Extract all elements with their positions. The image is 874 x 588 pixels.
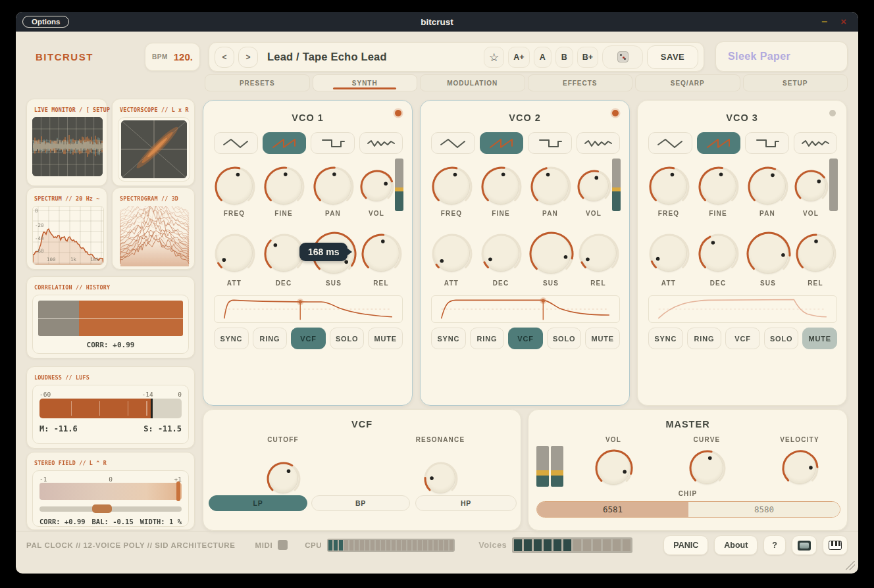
knob-rel[interactable]	[797, 235, 834, 272]
balance-slider[interactable]	[39, 506, 182, 512]
filter-mode-bp[interactable]: BP	[311, 495, 410, 511]
save-button[interactable]: SAVE	[647, 45, 698, 69]
loudness-short-term: S: -11.5	[143, 424, 182, 433]
tab-synth[interactable]: SYNTH	[313, 74, 418, 91]
vco-button-ring[interactable]: RING	[470, 328, 505, 349]
compare-b-button[interactable]: B	[555, 47, 573, 68]
knob-pan[interactable]	[532, 168, 569, 205]
wave-noise-button[interactable]	[794, 132, 838, 154]
knob-att[interactable]	[216, 235, 253, 272]
chip-option-6581[interactable]: 6581	[537, 502, 688, 517]
wave-pulse-button[interactable]	[311, 132, 355, 154]
knob-dec[interactable]	[700, 235, 736, 272]
knob-vol[interactable]	[361, 171, 392, 201]
knob-fine[interactable]	[482, 168, 519, 205]
resize-grip[interactable]	[846, 561, 855, 570]
tab-presets[interactable]: PRESETS	[205, 74, 310, 91]
tab-seq-arp[interactable]: SEQ/ARP	[635, 74, 740, 91]
knob-freq[interactable]	[433, 168, 470, 205]
knob-att[interactable]	[433, 235, 470, 272]
live-monitor-title[interactable]: LIVE MONITOR / [ SETUP ]	[34, 107, 101, 113]
wave-noise-button[interactable]	[359, 132, 403, 154]
wave-triangle-button[interactable]	[431, 132, 475, 154]
help-button[interactable]: ?	[763, 535, 786, 555]
virtual-keyboard-button[interactable]	[823, 535, 848, 555]
knob-resonance[interactable]	[425, 463, 455, 493]
preset-prev-button[interactable]: <	[215, 47, 234, 68]
knob-cutoff[interactable]	[268, 463, 298, 493]
vco-button-mute[interactable]: MUTE	[802, 328, 837, 349]
bpm-value[interactable]: 120.	[174, 51, 193, 62]
filter-mode-hp[interactable]: HP	[415, 495, 517, 511]
wave-sawtooth-button[interactable]	[480, 132, 524, 154]
wave-sawtooth-button[interactable]	[697, 132, 741, 154]
knob-freq[interactable]	[650, 168, 687, 205]
knob-velocity[interactable]	[783, 451, 816, 484]
filter-mode-lp[interactable]: LP	[209, 495, 307, 511]
tab-setup[interactable]: SETUP	[743, 74, 848, 91]
wave-selector	[431, 132, 620, 154]
cpu-segment	[381, 540, 385, 551]
knob-sus[interactable]	[530, 233, 571, 274]
loudness-panel: LOUDNESS // LUFS -60 -14 0 M: -11.6 S: -…	[26, 366, 195, 449]
preset-next-button[interactable]: >	[238, 47, 258, 68]
knob-dec[interactable]	[265, 235, 302, 272]
knob-rel[interactable]	[363, 235, 399, 272]
vco-button-vcf[interactable]: VCF	[725, 328, 760, 349]
wave-pulse-button[interactable]	[745, 132, 789, 154]
spectrum-title: SPECTRUM // 20 Hz ~	[34, 195, 101, 202]
knob-vol[interactable]	[596, 451, 630, 485]
chip-option-8580[interactable]: 8580	[688, 502, 840, 517]
wave-pulse-button[interactable]	[528, 132, 572, 154]
knob-pan[interactable]	[315, 168, 351, 205]
knob-att[interactable]	[650, 235, 687, 272]
vco-button-sync[interactable]: SYNC	[214, 328, 249, 349]
knob-rel[interactable]	[580, 235, 617, 272]
vco-button-ring[interactable]: RING	[687, 328, 722, 349]
vco-button-mute[interactable]: MUTE	[585, 328, 620, 349]
tab-modulation[interactable]: MODULATION	[420, 74, 525, 91]
vco-button-sync[interactable]: SYNC	[648, 328, 683, 349]
stereo-field-panel: STEREO FIELD // L ^ R -1 0 +1 CORR: +0.9…	[26, 452, 195, 530]
close-button[interactable]: ×	[840, 16, 846, 27]
vco-button-solo[interactable]: SOLO	[330, 328, 365, 349]
tab-effects[interactable]: EFFECTS	[528, 74, 633, 91]
knob-vol[interactable]	[796, 171, 826, 201]
correlation-readout: CORR: +0.99	[38, 341, 183, 349]
favorite-star-icon[interactable]: ☆	[484, 47, 504, 68]
compare-a-button[interactable]: A	[534, 47, 552, 68]
wave-sawtooth-button[interactable]	[263, 132, 307, 154]
minimize-button[interactable]: –	[821, 16, 827, 27]
spectrum-xtick: 10k	[90, 257, 99, 262]
skin-name-field[interactable]: Sleek Paper	[715, 41, 848, 72]
balance-handle[interactable]	[92, 504, 112, 513]
vco-button-vcf[interactable]: VCF	[508, 328, 543, 349]
crt-display-button[interactable]	[792, 535, 817, 555]
vco-button-mute[interactable]: MUTE	[368, 328, 403, 349]
vco-button-sync[interactable]: SYNC	[431, 328, 466, 349]
wave-triangle-button[interactable]	[214, 132, 258, 154]
panic-button[interactable]: PANIC	[663, 535, 708, 555]
knob-pan[interactable]	[749, 168, 786, 205]
knob-sus[interactable]	[748, 233, 788, 274]
knob-dec[interactable]	[482, 235, 519, 272]
preset-name[interactable]: Lead / Tape Echo Lead	[262, 51, 480, 63]
vco-button-solo[interactable]: SOLO	[547, 328, 582, 349]
compare-b--button[interactable]: B+	[577, 47, 598, 68]
vco-button-solo[interactable]: SOLO	[764, 328, 799, 349]
knob-freq[interactable]	[216, 168, 253, 205]
vco-button-vcf[interactable]: VCF	[291, 328, 326, 349]
knob-fine[interactable]	[700, 168, 736, 205]
about-button[interactable]: About	[714, 535, 758, 555]
compare-a--button[interactable]: A+	[508, 47, 529, 68]
vco-button-ring[interactable]: RING	[253, 328, 288, 349]
knob-fine[interactable]	[265, 168, 302, 205]
wave-triangle-button[interactable]	[648, 132, 692, 154]
knob-curve[interactable]	[690, 451, 723, 484]
knob-vol[interactable]	[578, 171, 609, 201]
voice-segment	[553, 539, 561, 551]
knob-label-dec: DEC	[476, 280, 526, 287]
wave-noise-button[interactable]	[577, 132, 621, 154]
envelope-display	[648, 295, 837, 323]
randomize-button[interactable]	[602, 45, 643, 69]
